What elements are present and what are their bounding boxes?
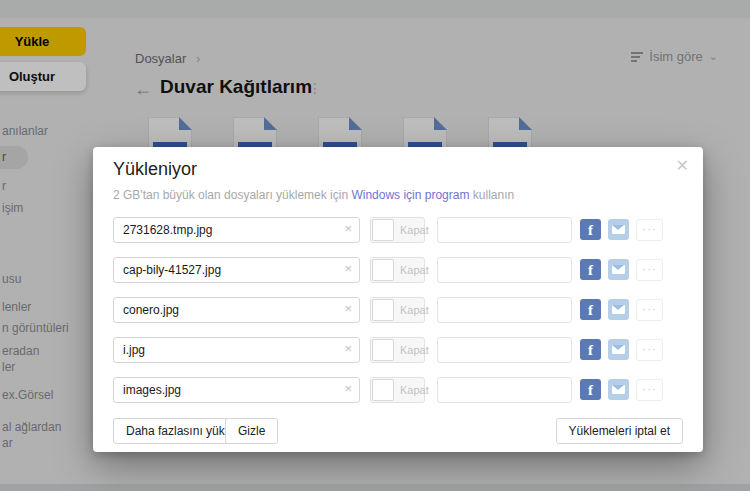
facebook-icon[interactable]: f bbox=[580, 219, 601, 240]
envelope-flap bbox=[612, 305, 624, 310]
mail-icon[interactable] bbox=[608, 299, 629, 320]
note-suffix: kullanın bbox=[469, 188, 514, 202]
share-toggle[interactable]: Kapat bbox=[370, 337, 425, 363]
toggle-label: Kapat bbox=[400, 338, 429, 362]
upload-dialog: Yükleniyor ✕ 2 GB'tan büyük olan dosyala… bbox=[93, 147, 703, 452]
size-limit-note: 2 GB'tan büyük olan dosyaları yüklemek i… bbox=[113, 188, 514, 202]
mail-icon[interactable] bbox=[608, 379, 629, 400]
share-link-input[interactable] bbox=[437, 257, 572, 283]
clear-icon[interactable]: × bbox=[344, 262, 352, 276]
dialog-title: Yükleniyor bbox=[113, 159, 197, 180]
upload-row: × Kapat f ··· bbox=[113, 337, 683, 363]
toggle-knob bbox=[372, 379, 394, 401]
mail-icon[interactable] bbox=[608, 219, 629, 240]
share-link-input[interactable] bbox=[437, 377, 572, 403]
upload-row: × Kapat f ··· bbox=[113, 297, 683, 323]
facebook-icon[interactable]: f bbox=[580, 339, 601, 360]
yandex-disk-window: Yükle Oluştur anılanlar r r işim usu len… bbox=[0, 0, 750, 491]
envelope-flap bbox=[612, 225, 624, 230]
filename-input[interactable] bbox=[113, 377, 360, 403]
share-toggle[interactable]: Kapat bbox=[370, 297, 425, 323]
more-options-button[interactable]: ··· bbox=[636, 379, 663, 401]
share-toggle[interactable]: Kapat bbox=[370, 377, 425, 403]
filename-input[interactable] bbox=[113, 297, 360, 323]
clear-icon[interactable]: × bbox=[344, 302, 352, 316]
mail-icon[interactable] bbox=[608, 259, 629, 280]
toggle-label: Kapat bbox=[400, 378, 429, 402]
upload-row: × Kapat f ··· bbox=[113, 377, 683, 403]
clear-icon[interactable]: × bbox=[344, 222, 352, 236]
toggle-label: Kapat bbox=[400, 298, 429, 322]
clear-icon[interactable]: × bbox=[344, 342, 352, 356]
more-options-button[interactable]: ··· bbox=[636, 219, 663, 241]
close-icon[interactable]: ✕ bbox=[672, 154, 693, 177]
windows-program-link[interactable]: Windows için program bbox=[351, 188, 469, 202]
upload-row: × Kapat f ··· bbox=[113, 217, 683, 243]
toggle-knob bbox=[372, 259, 394, 281]
envelope-flap bbox=[612, 345, 624, 350]
envelope-flap bbox=[612, 385, 624, 390]
hide-button[interactable]: Gizle bbox=[225, 418, 278, 444]
note-prefix: 2 GB'tan büyük olan dosyaları yüklemek i… bbox=[113, 188, 351, 202]
share-link-input[interactable] bbox=[437, 217, 572, 243]
toggle-label: Kapat bbox=[400, 218, 429, 242]
share-toggle[interactable]: Kapat bbox=[370, 257, 425, 283]
toggle-knob bbox=[372, 219, 394, 241]
share-toggle[interactable]: Kapat bbox=[370, 217, 425, 243]
more-options-button[interactable]: ··· bbox=[636, 259, 663, 281]
filename-input[interactable] bbox=[113, 337, 360, 363]
upload-row: × Kapat f ··· bbox=[113, 257, 683, 283]
share-link-input[interactable] bbox=[437, 297, 572, 323]
toggle-knob bbox=[372, 299, 394, 321]
more-options-button[interactable]: ··· bbox=[636, 299, 663, 321]
facebook-icon[interactable]: f bbox=[580, 259, 601, 280]
facebook-icon[interactable]: f bbox=[580, 299, 601, 320]
clear-icon[interactable]: × bbox=[344, 382, 352, 396]
cancel-uploads-button[interactable]: Yüklemeleri iptal et bbox=[556, 418, 683, 444]
toggle-label: Kapat bbox=[400, 258, 429, 282]
facebook-icon[interactable]: f bbox=[580, 379, 601, 400]
filename-input[interactable] bbox=[113, 257, 360, 283]
mail-icon[interactable] bbox=[608, 339, 629, 360]
toggle-knob bbox=[372, 339, 394, 361]
more-options-button[interactable]: ··· bbox=[636, 339, 663, 361]
share-link-input[interactable] bbox=[437, 337, 572, 363]
filename-input[interactable] bbox=[113, 217, 360, 243]
envelope-flap bbox=[612, 265, 624, 270]
